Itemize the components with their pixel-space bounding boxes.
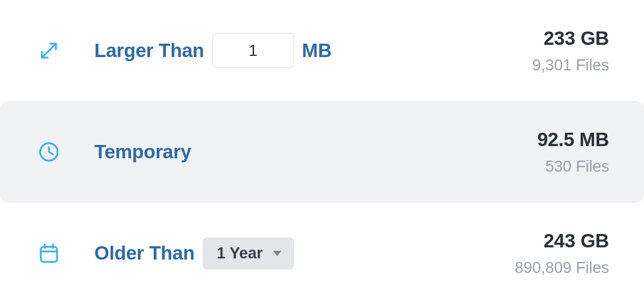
label-temporary: Temporary [94,141,191,163]
files-count: 890,809 Files [515,259,609,277]
clock-icon [36,139,62,165]
calendar-icon [36,240,62,266]
files-count: 9,301 Files [532,56,609,75]
svg-rect-2 [41,247,57,262]
files-count: 530 Files [545,158,609,176]
unit-mb: MB [302,40,332,62]
label-area: Larger Than MB [94,33,481,68]
label-area: Temporary [94,141,481,163]
row-older-than[interactable]: Older Than 1 Year 243 GB 890,809 Files [0,203,644,304]
chevron-down-icon [273,251,281,256]
stats-older: 243 GB 890,809 Files [481,230,609,277]
stats-temporary: 92.5 MB 530 Files [481,129,609,176]
expand-icon [36,38,62,63]
label-larger-than: Larger Than [94,40,204,62]
older-than-dropdown[interactable]: 1 Year [203,237,294,269]
label-older-than: Older Than [94,242,194,264]
size-value: 233 GB [543,27,609,49]
row-larger-than[interactable]: Larger Than MB 233 GB 9,301 Files [0,0,644,101]
size-value: 92.5 MB [537,129,609,151]
label-area: Older Than 1 Year [94,237,481,269]
size-value: 243 GB [543,230,609,252]
svg-line-0 [42,44,56,58]
row-temporary[interactable]: Temporary 92.5 MB 530 Files [0,101,644,203]
dropdown-value: 1 Year [217,244,263,263]
stats-larger: 233 GB 9,301 Files [481,27,609,75]
larger-than-input[interactable] [213,33,294,68]
filter-list: Larger Than MB 233 GB 9,301 Files Tempor… [0,0,644,304]
